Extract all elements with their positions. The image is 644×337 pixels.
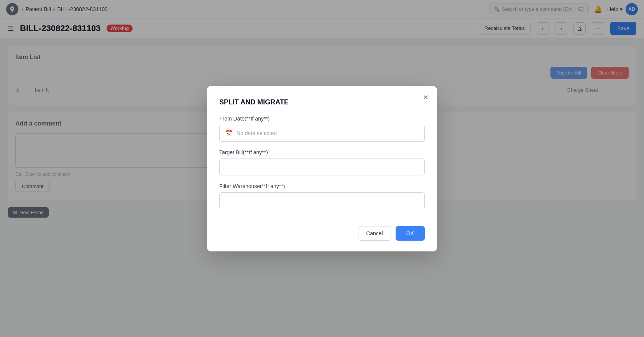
cancel-button[interactable]: Cancel bbox=[358, 226, 391, 241]
from-date-wrapper: 📅 No date selected bbox=[219, 125, 425, 142]
target-bill-label: Target Bill(**If any**) bbox=[219, 149, 425, 155]
ok-button[interactable]: OK bbox=[396, 226, 425, 241]
split-migrate-modal: SPLIT AND MIGRATE ✕ From Date(**If any**… bbox=[207, 86, 437, 251]
filter-warehouse-label: Filter Warehouse(**If any**) bbox=[219, 183, 425, 189]
modal-title: SPLIT AND MIGRATE bbox=[219, 98, 425, 106]
target-bill-input[interactable] bbox=[219, 159, 425, 175]
from-date-input[interactable]: 📅 No date selected bbox=[219, 125, 425, 142]
calendar-icon: 📅 bbox=[225, 129, 233, 137]
modal-footer: Cancel OK bbox=[219, 226, 425, 241]
from-date-label: From Date(**If any**) bbox=[219, 116, 425, 122]
filter-warehouse-input[interactable] bbox=[219, 192, 425, 209]
modal-close-button[interactable]: ✕ bbox=[420, 92, 431, 103]
modal-overlay: SPLIT AND MIGRATE ✕ From Date(**If any**… bbox=[0, 0, 644, 337]
from-date-placeholder: No date selected bbox=[237, 130, 277, 136]
